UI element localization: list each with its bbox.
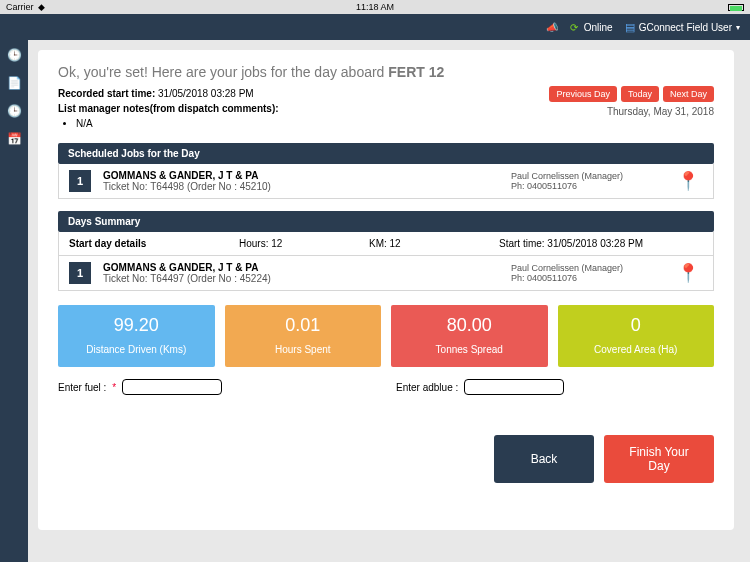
online-label: Online: [584, 22, 613, 33]
stat-label: Covered Area (Ha): [562, 344, 711, 355]
document-icon: ▤: [625, 21, 635, 34]
stat-value: 80.00: [395, 315, 544, 336]
stat-value: 0: [562, 315, 711, 336]
start-label: Start time:: [499, 238, 547, 249]
megaphone-icon[interactable]: 📣: [546, 22, 558, 33]
next-day-button[interactable]: Next Day: [663, 86, 714, 102]
ipad-status-bar: Carrier ◆ 11:18 AM: [0, 0, 750, 14]
stat-hours: 0.01 Hours Spent: [225, 305, 382, 367]
stat-distance: 99.20 Distance Driven (Kms): [58, 305, 215, 367]
gauge-icon[interactable]: 🕒: [7, 104, 22, 118]
stat-value: 0.01: [229, 315, 378, 336]
document-nav-icon[interactable]: 📄: [7, 76, 22, 90]
summary-detail-row: Start day details Hours: 12 KM: 12 Start…: [58, 232, 714, 256]
note-item: N/A: [76, 116, 279, 131]
adblue-input[interactable]: [464, 379, 564, 395]
start-value: 31/05/2018 03:28 PM: [547, 238, 643, 249]
required-mark: *: [112, 382, 116, 393]
finish-day-button[interactable]: Finish Your Day: [604, 435, 714, 483]
job-contact-name: Paul Cornelissen (Manager): [511, 263, 661, 273]
stat-label: Distance Driven (Kms): [62, 344, 211, 355]
refresh-icon[interactable]: ⟳: [570, 22, 578, 33]
carrier-label: Carrier: [6, 2, 34, 12]
user-name: GConnect Field User: [639, 22, 732, 33]
stat-label: Tonnes Spread: [395, 344, 544, 355]
fuel-label: Enter fuel :: [58, 382, 106, 393]
map-pin-icon[interactable]: 📍: [673, 262, 703, 284]
calendar-icon[interactable]: 📅: [7, 132, 22, 146]
summary-header: Days Summary: [58, 211, 714, 232]
back-button[interactable]: Back: [494, 435, 594, 483]
vehicle-name: FERT 12: [388, 64, 444, 80]
job-number: 1: [69, 262, 91, 284]
dashboard-icon[interactable]: 🕒: [7, 48, 22, 62]
chevron-down-icon: ▾: [736, 23, 740, 32]
battery-icon: [728, 4, 744, 11]
recorded-value: 31/05/2018 03:28 PM: [158, 88, 254, 99]
stat-tonnes: 80.00 Tonnes Spread: [391, 305, 548, 367]
app-bar: 📣 ⟳ Online ▤ GConnect Field User ▾: [0, 14, 750, 40]
sidebar: 🕒 📄 🕒 📅: [0, 40, 28, 562]
scheduled-header: Scheduled Jobs for the Day: [58, 143, 714, 164]
stat-label: Hours Spent: [229, 344, 378, 355]
user-menu[interactable]: ▤ GConnect Field User ▾: [625, 21, 740, 34]
job-ticket: Ticket No: T64497 (Order No : 45224): [103, 273, 499, 284]
job-ticket: Ticket No: T64498 (Order No : 45210): [103, 181, 499, 192]
greeting: Ok, you're set! Here are your jobs for t…: [58, 64, 714, 80]
km-label: KM:: [369, 238, 390, 249]
wifi-icon: ◆: [38, 2, 45, 12]
job-customer: GOMMANS & GANDER, J T & PA: [103, 262, 499, 273]
fuel-input[interactable]: [122, 379, 222, 395]
clock: 11:18 AM: [356, 2, 394, 12]
job-contact-phone: Ph: 0400511076: [511, 273, 661, 283]
notes-label: List manager notes(from dispatch comment…: [58, 103, 279, 114]
main-card: Ok, you're set! Here are your jobs for t…: [38, 50, 734, 530]
greeting-prefix: Ok, you're set! Here are your jobs for t…: [58, 64, 388, 80]
adblue-label: Enter adblue :: [396, 382, 458, 393]
today-button[interactable]: Today: [621, 86, 659, 102]
current-date: Thursday, May 31, 2018: [549, 106, 714, 117]
stat-area: 0 Covered Area (Ha): [558, 305, 715, 367]
hours-label: Hours:: [239, 238, 271, 249]
job-contact-phone: Ph: 0400511076: [511, 181, 661, 191]
job-number: 1: [69, 170, 91, 192]
online-status: ⟳ Online: [570, 22, 613, 33]
job-row[interactable]: 1 GOMMANS & GANDER, J T & PA Ticket No: …: [58, 164, 714, 199]
job-row[interactable]: 1 GOMMANS & GANDER, J T & PA Ticket No: …: [58, 256, 714, 291]
recorded-label: Recorded start time:: [58, 88, 158, 99]
stat-value: 99.20: [62, 315, 211, 336]
job-contact-name: Paul Cornelissen (Manager): [511, 171, 661, 181]
previous-day-button[interactable]: Previous Day: [549, 86, 617, 102]
hours-value: 12: [271, 238, 282, 249]
detail-label: Start day details: [69, 238, 229, 249]
meta-block: Recorded start time: 31/05/2018 03:28 PM…: [58, 86, 279, 131]
map-pin-icon[interactable]: 📍: [673, 170, 703, 192]
km-value: 12: [390, 238, 401, 249]
job-customer: GOMMANS & GANDER, J T & PA: [103, 170, 499, 181]
